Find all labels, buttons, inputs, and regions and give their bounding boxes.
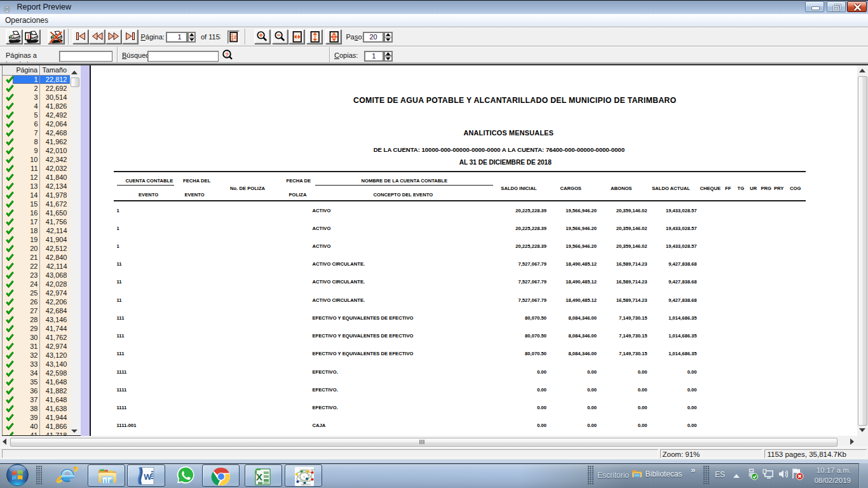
svg-text:?: ? <box>225 51 229 58</box>
svg-text:1: 1 <box>27 32 31 40</box>
svg-text:W: W <box>144 472 152 482</box>
svg-text:X: X <box>256 471 262 482</box>
svg-text:3: 3 <box>231 37 234 41</box>
svg-text:SADMUN: SADMUN <box>301 483 311 485</box>
svg-text:2: 2 <box>234 34 236 39</box>
